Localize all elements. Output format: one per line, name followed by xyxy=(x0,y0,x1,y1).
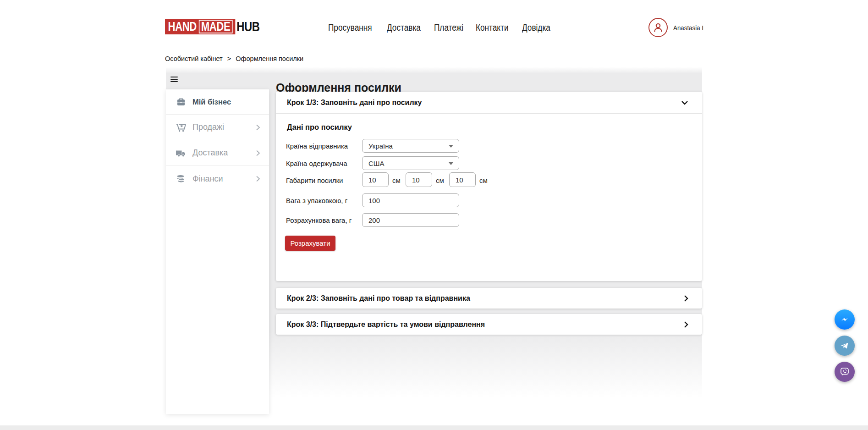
social-buttons xyxy=(835,309,855,388)
nav-item-help[interactable]: Довідка xyxy=(522,22,555,33)
user-name[interactable]: Anastasia I xyxy=(673,24,709,32)
breadcrumb-cabinet[interactable]: Особистий кабінет xyxy=(165,55,223,62)
sidebar-item-label: Мій бізнес xyxy=(192,98,261,106)
sidebar: Мій бізнес Продажі xyxy=(166,89,269,414)
sidebar-item-label: Доставка xyxy=(192,148,255,158)
main-nav: Просування Доставка Платежі Контакти Дов… xyxy=(328,20,555,35)
dimension-width-input[interactable] xyxy=(406,172,432,187)
logo-hand: HAND xyxy=(168,20,197,34)
sidebar-item-label: Фінанси xyxy=(192,174,255,184)
messenger-button[interactable] xyxy=(835,309,855,330)
person-icon xyxy=(652,22,664,33)
chevron-right-icon xyxy=(255,149,261,157)
breadcrumb-separator: > xyxy=(227,55,231,62)
viber-button[interactable] xyxy=(835,362,855,382)
nav-item-promotion[interactable]: Просування xyxy=(328,22,379,33)
messenger-icon xyxy=(839,314,850,325)
dimension-unit: см xyxy=(436,176,444,184)
sender-country-select[interactable]: Україна xyxy=(362,139,459,153)
accordion-step-1-title: Крок 1/3: Заповніть дані про посилку xyxy=(287,99,681,107)
recipient-country-label: Країна одержувача xyxy=(286,160,347,167)
logo-hub: HUB xyxy=(236,19,259,34)
accordion-step-2-title: Крок 2/3: Заповніть дані про товар та ві… xyxy=(287,294,684,303)
cart-icon xyxy=(175,122,187,133)
breadcrumb: Особистий кабінет > Оформлення посилки xyxy=(165,55,303,62)
sender-country-label: Країна відправника xyxy=(286,142,348,150)
handmadehub-logo[interactable]: HAND MADE HUB xyxy=(165,19,260,34)
chevron-down-icon xyxy=(681,100,688,105)
sidebar-item-label: Продажі xyxy=(192,122,255,132)
weight-packed-input[interactable] xyxy=(362,193,459,207)
accordion-step-2: Крок 2/3: Заповніть дані про товар та ві… xyxy=(276,288,702,309)
accordion-step-3-title: Крок 3/3: Підтвердьте вартість та умови … xyxy=(287,320,684,329)
chevron-right-icon xyxy=(684,295,688,302)
chevron-right-icon xyxy=(684,321,688,328)
truck-icon xyxy=(175,148,187,159)
viber-icon xyxy=(839,366,850,377)
accordion-step-3-header[interactable]: Крок 3/3: Підтвердьте вартість та умови … xyxy=(276,314,702,335)
chevron-right-icon xyxy=(255,175,261,182)
sidebar-item-my-business[interactable]: Мій бізнес xyxy=(166,89,269,115)
accordion-step-1-header[interactable]: Крок 1/3: Заповніть дані про посилку xyxy=(276,92,702,114)
logo-red-box: HAND MADE xyxy=(165,19,235,34)
weight-calculated-input[interactable] xyxy=(362,213,459,227)
sidebar-item-delivery[interactable]: Доставка xyxy=(166,140,269,166)
sidebar-item-sales[interactable]: Продажі xyxy=(166,115,269,140)
dimension-length-input[interactable] xyxy=(362,172,389,187)
accordion-step-2-header[interactable]: Крок 2/3: Заповніть дані про товар та ві… xyxy=(276,288,702,309)
telegram-icon xyxy=(839,340,850,351)
nav-item-payments[interactable]: Платежі xyxy=(434,22,468,33)
weight-packed-label: Вага з упаковкою, г xyxy=(286,197,347,204)
recipient-country-value: США xyxy=(368,160,385,167)
briefcase-icon xyxy=(175,96,187,107)
telegram-button[interactable] xyxy=(835,336,855,356)
breadcrumb-current: Оформлення посилки xyxy=(236,55,303,62)
calculate-button[interactable]: Розрахувати xyxy=(285,236,335,251)
weight-calculated-label: Розрахункова вага, г xyxy=(286,216,352,224)
dimension-unit: см xyxy=(479,176,488,184)
bottom-strip xyxy=(0,425,868,430)
dimension-height-input[interactable] xyxy=(449,172,476,187)
nav-item-delivery[interactable]: Доставка xyxy=(387,22,426,33)
chevron-right-icon xyxy=(255,124,261,131)
recipient-country-select[interactable]: США xyxy=(362,156,459,170)
form-heading: Дані про посилку xyxy=(287,123,352,132)
dimension-unit: см xyxy=(392,176,401,184)
coins-icon xyxy=(175,173,187,184)
sender-country-value: Україна xyxy=(368,142,393,150)
accordion-step-1: Крок 1/3: Заповніть дані про посилку Дан… xyxy=(276,92,702,281)
user-avatar[interactable] xyxy=(648,18,668,37)
dimensions-label: Габарити посилки xyxy=(286,176,343,184)
nav-item-contacts[interactable]: Контакти xyxy=(476,22,514,33)
sidebar-item-finance[interactable]: Фінанси xyxy=(166,166,269,192)
page: HAND MADE HUB Просування Доставка Платеж… xyxy=(0,0,868,430)
accordion-step-3: Крок 3/3: Підтвердьте вартість та умови … xyxy=(276,314,702,335)
menu-icon[interactable] xyxy=(170,77,178,83)
logo-made: MADE xyxy=(199,20,232,33)
